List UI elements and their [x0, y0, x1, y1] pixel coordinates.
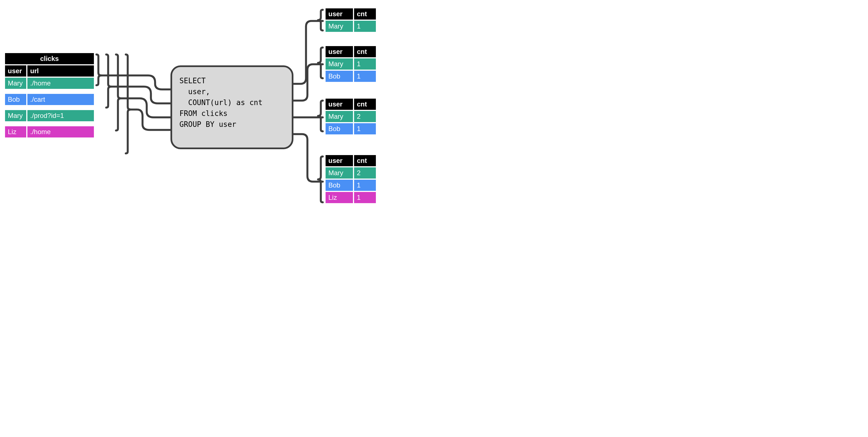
input-row-user: Mary [5, 78, 26, 89]
sql-query-text: SELECT user, COUNT(url) as cnt FROM clic… [179, 75, 284, 130]
output-cell-user: Mary [326, 111, 353, 122]
input-header-url: url [27, 65, 94, 76]
output-cell-user: Mary [326, 167, 353, 179]
output-cell-cnt: 2 [354, 167, 376, 179]
input-row-user: Bob [5, 94, 26, 105]
output-table-2: user cnt Mary 1 Bob 1 [326, 46, 376, 83]
input-row-user: Mary [5, 110, 26, 121]
output-cell-user: Liz [326, 192, 353, 203]
output-cell-cnt: 1 [354, 71, 376, 82]
output-header-user: user [326, 8, 353, 20]
sql-query-box: SELECT user, COUNT(url) as cnt FROM clic… [170, 65, 293, 149]
output-header-cnt: cnt [354, 99, 376, 110]
output-cell-user: Mary [326, 21, 353, 32]
input-row-user: Liz [5, 126, 26, 137]
output-header-user: user [326, 155, 353, 166]
output-cell-cnt: 2 [354, 111, 376, 122]
output-cell-user: Bob [326, 180, 353, 191]
input-row-url: ./home [27, 78, 94, 89]
output-header-cnt: cnt [354, 8, 376, 20]
output-cell-cnt: 1 [354, 180, 376, 191]
output-header-user: user [326, 99, 353, 110]
input-header-user: user [5, 65, 26, 76]
output-table-1: user cnt Mary 1 [326, 8, 376, 33]
input-row-url: ./cart [27, 94, 94, 105]
output-cell-user: Bob [326, 71, 353, 82]
output-cell-cnt: 1 [354, 58, 376, 69]
input-table-title: clicks [5, 53, 94, 64]
input-row-url: ./prod?id=1 [27, 110, 94, 121]
output-cell-cnt: 1 [354, 123, 376, 134]
output-table-3: user cnt Mary 2 Bob 1 [326, 99, 376, 135]
input-row-url: ./home [27, 126, 94, 137]
output-header-cnt: cnt [354, 46, 376, 57]
output-header-user: user [326, 46, 353, 57]
output-header-cnt: cnt [354, 155, 376, 166]
output-cell-user: Mary [326, 58, 353, 69]
output-cell-cnt: 1 [354, 192, 376, 203]
output-cell-cnt: 1 [354, 21, 376, 32]
input-table: clicks user url Mary ./home Bob ./cart M… [5, 53, 94, 138]
output-cell-user: Bob [326, 123, 353, 134]
output-table-4: user cnt Mary 2 Bob 1 Liz 1 [326, 155, 376, 204]
